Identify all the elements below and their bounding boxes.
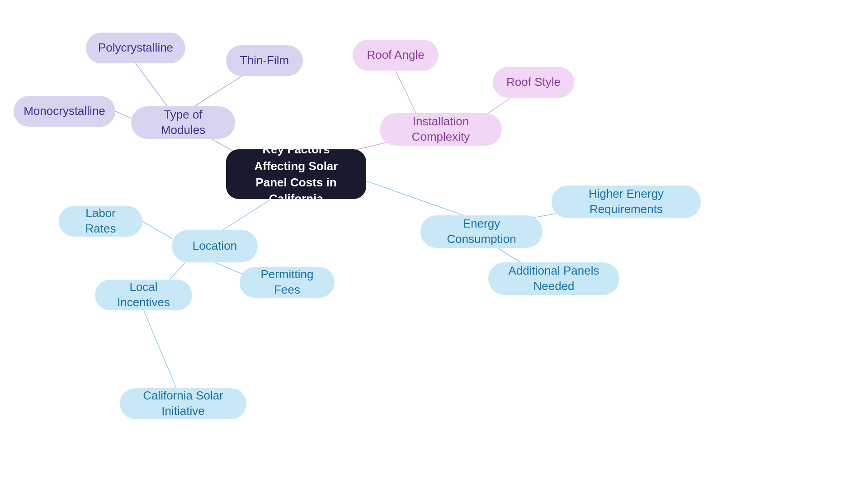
labor-rates-label: Labor Rates [70,206,132,237]
monocrystalline-node: Monocrystalline [14,96,115,127]
svg-line-14 [144,310,176,388]
svg-line-1 [136,63,167,106]
svg-line-11 [142,221,172,238]
polycrystalline-node: Polycrystalline [86,33,185,63]
svg-line-5 [396,71,416,113]
permitting-fees-label: Permitting Fees [250,267,324,298]
thin-film-node: Thin-Film [226,45,303,76]
location-node: Location [172,230,258,262]
center-label: Key Factors Affecting Solar Panel Costs … [239,141,354,207]
roof-angle-label: Roof Angle [367,48,424,63]
location-label: Location [193,238,237,254]
energy-consumption-node: Energy Consumption [420,215,542,248]
labor-rates-node: Labor Rates [59,206,142,237]
polycrystalline-label: Polycrystalline [98,40,173,56]
additional-panels-needed-label: Additional Panels Needed [499,263,609,294]
roof-style-label: Roof Style [506,75,561,90]
higher-energy-requirements-label: Higher Energy Requirements [562,186,690,217]
svg-line-3 [115,111,131,118]
installation-complexity-node: Installation Complexity [380,113,502,146]
local-incentives-node: Local Incentives [95,280,192,310]
svg-line-2 [194,76,242,106]
california-solar-initiative-node: California Solar Initiative [120,388,246,419]
thin-film-label: Thin-Film [240,53,289,68]
roof-style-node: Roof Style [493,67,574,98]
additional-panels-needed-node: Additional Panels Needed [488,262,619,295]
installation-complexity-label: Installation Complexity [391,114,491,145]
energy-consumption-label: Energy Consumption [431,216,532,247]
center-node: Key Factors Affecting Solar Panel Costs … [226,149,366,199]
higher-energy-requirements-node: Higher Energy Requirements [552,186,701,218]
permitting-fees-node: Permitting Fees [240,267,335,298]
local-incentives-label: Local Incentives [106,280,181,310]
type-of-modules-node: Type of Modules [131,106,235,139]
roof-angle-node: Roof Angle [353,40,439,71]
type-of-modules-label: Type of Modules [142,107,224,138]
california-solar-initiative-label: California Solar Initiative [131,388,236,419]
monocrystalline-label: Monocrystalline [24,104,105,119]
